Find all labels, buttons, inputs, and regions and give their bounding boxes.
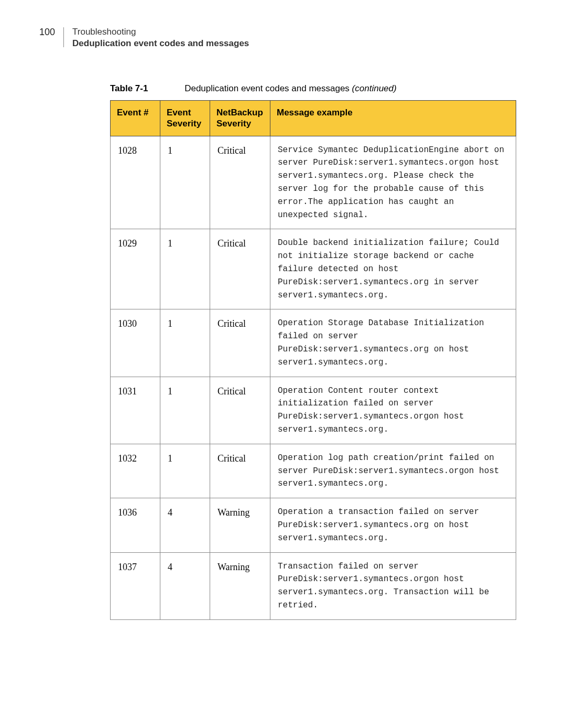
cell-event-severity: 1 <box>160 136 210 229</box>
cell-netbackup-severity: Critical <box>210 444 270 498</box>
cell-netbackup-severity: Critical <box>210 229 270 309</box>
cell-event-severity: 4 <box>160 552 210 619</box>
table-row: 1028 1 Critical Service Symantec Dedupli… <box>111 136 516 229</box>
cell-event-severity: 1 <box>160 444 210 498</box>
cell-event: 1032 <box>111 444 160 498</box>
cell-message: Double backend initialization failure; C… <box>270 229 516 309</box>
table-caption-continued: (continued) <box>352 83 397 93</box>
header-subsection: Deduplication event codes and messages <box>72 38 249 49</box>
cell-event: 1029 <box>111 229 160 309</box>
cell-event: 1030 <box>111 309 160 377</box>
cell-event-severity: 1 <box>160 229 210 309</box>
cell-event-severity: 1 <box>160 377 210 444</box>
table-row: 1036 4 Warning Operation a transaction f… <box>111 498 516 552</box>
cell-event: 1036 <box>111 498 160 552</box>
cell-message: Transaction failed on server PureDisk:se… <box>270 552 516 619</box>
col-header-event-severity: Event Severity <box>160 101 210 136</box>
cell-event: 1037 <box>111 552 160 619</box>
col-header-message: Message example <box>270 101 516 136</box>
table-row: 1030 1 Critical Operation Storage Databa… <box>111 309 516 377</box>
header-text: Troubleshooting Deduplication event code… <box>72 26 249 49</box>
page-header: 100 Troubleshooting Deduplication event … <box>39 26 516 49</box>
cell-message: Operation log path creation/print failed… <box>270 444 516 498</box>
table-caption-text: Deduplication event codes and messages (… <box>184 83 397 93</box>
cell-message: Operation a transaction failed on server… <box>270 498 516 552</box>
page-number: 100 <box>39 26 55 38</box>
col-header-event: Event # <box>111 101 160 136</box>
cell-netbackup-severity: Critical <box>210 136 270 229</box>
table-row: 1029 1 Critical Double backend initializ… <box>111 229 516 309</box>
cell-event: 1031 <box>111 377 160 444</box>
cell-netbackup-severity: Critical <box>210 377 270 444</box>
cell-message: Operation Storage Database Initializatio… <box>270 309 516 377</box>
table-container: Table 7-1 Deduplication event codes and … <box>110 83 516 620</box>
table-header-row: Event # Event Severity NetBackup Severit… <box>111 101 516 136</box>
header-section: Troubleshooting <box>72 26 249 38</box>
table-row: 1032 1 Critical Operation log path creat… <box>111 444 516 498</box>
events-table: Event # Event Severity NetBackup Severit… <box>110 100 516 620</box>
cell-event: 1028 <box>111 136 160 229</box>
cell-netbackup-severity: Warning <box>210 552 270 619</box>
table-caption: Table 7-1 Deduplication event codes and … <box>110 83 516 94</box>
cell-message: Operation Content router context initial… <box>270 377 516 444</box>
table-label: Table 7-1 <box>110 83 148 93</box>
cell-netbackup-severity: Critical <box>210 309 270 377</box>
cell-netbackup-severity: Warning <box>210 498 270 552</box>
header-divider <box>63 27 64 47</box>
cell-event-severity: 1 <box>160 309 210 377</box>
table-row: 1031 1 Critical Operation Content router… <box>111 377 516 444</box>
table-row: 1037 4 Warning Transaction failed on ser… <box>111 552 516 619</box>
col-header-netbackup-severity: NetBackup Severity <box>210 101 270 136</box>
cell-message: Service Symantec DeduplicationEngine abo… <box>270 136 516 229</box>
cell-event-severity: 4 <box>160 498 210 552</box>
